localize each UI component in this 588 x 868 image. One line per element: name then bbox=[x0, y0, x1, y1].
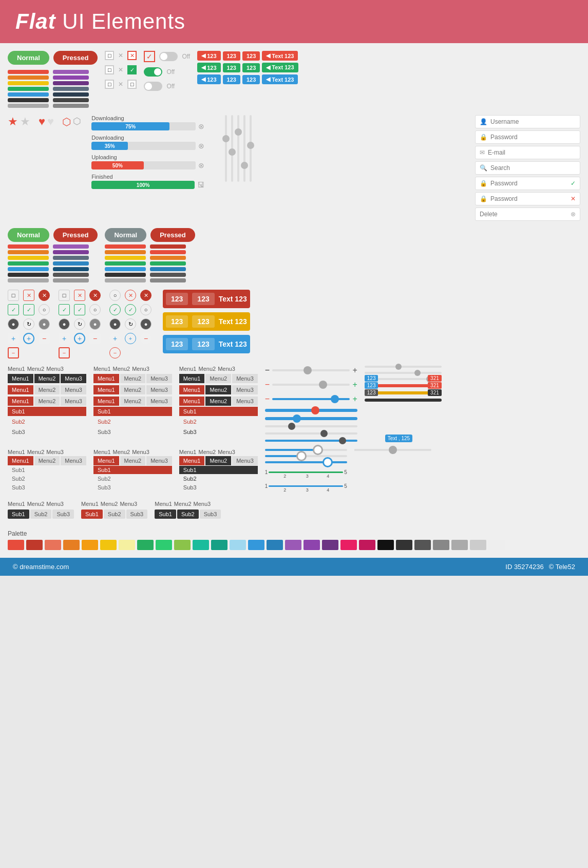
star-filled-icon[interactable]: ★ bbox=[8, 115, 18, 128]
password-input-1[interactable] bbox=[490, 134, 576, 141]
ctrl-minus-2[interactable]: − bbox=[89, 333, 101, 344]
email-input[interactable] bbox=[488, 149, 576, 156]
heart-empty-icon[interactable]: ♥ bbox=[47, 115, 54, 128]
ctrl-x-1[interactable]: ✕ bbox=[23, 290, 34, 301]
field-email[interactable]: ✉ bbox=[475, 146, 580, 159]
v-slider-4[interactable] bbox=[243, 115, 245, 182]
ctrl-x-red-1[interactable]: ✕ bbox=[39, 290, 50, 301]
ctrl-circle-3[interactable]: ○ bbox=[89, 304, 101, 315]
ctrl-rotate-1[interactable]: ↻ bbox=[23, 318, 34, 330]
ctrl-empty-2[interactable]: □ bbox=[59, 290, 70, 301]
password-input-3[interactable] bbox=[490, 195, 567, 202]
share-icon-2[interactable]: ⬡ bbox=[73, 116, 81, 128]
ctrl-circle-1[interactable]: ○ bbox=[39, 304, 50, 315]
menu1-dark-2[interactable]: Menu2 bbox=[34, 374, 60, 383]
sub2-item[interactable]: Sub2 bbox=[8, 417, 86, 426]
ctrl-circle-minus-1[interactable]: − bbox=[140, 333, 151, 344]
toggle-checked-red[interactable]: ✓ bbox=[144, 51, 155, 62]
ctrl-circle-filled-2[interactable]: ● bbox=[59, 318, 70, 330]
field-username[interactable]: 👤 bbox=[475, 115, 580, 128]
v-slider-3[interactable] bbox=[237, 115, 239, 182]
checkbox-checked-green[interactable]: ✓ bbox=[127, 65, 137, 74]
checkbox-x[interactable]: ✕ bbox=[127, 51, 137, 60]
menu1-dark-1[interactable]: Menu1 bbox=[8, 374, 33, 383]
normal-button[interactable]: Normal bbox=[8, 51, 49, 65]
ctrl-plus-1[interactable]: + bbox=[8, 333, 19, 344]
pressed-btn-3[interactable]: Pressed bbox=[150, 228, 195, 242]
checkbox-empty2[interactable]: □ bbox=[105, 65, 114, 74]
ctrl-circle-small-filled[interactable]: ● bbox=[109, 318, 121, 330]
ctrl-circle-x-1[interactable]: ✕ bbox=[125, 290, 136, 301]
ctrl-circle-plus-blue[interactable]: + bbox=[125, 333, 136, 344]
ctrl-circle-2[interactable]: ● bbox=[39, 318, 50, 330]
search-input[interactable] bbox=[490, 164, 576, 172]
ctrl-circle-minus-red[interactable]: − bbox=[109, 347, 121, 358]
menu2-item2[interactable]: Menu2 bbox=[113, 366, 130, 372]
menu1-sub-red[interactable]: Menu1 bbox=[8, 397, 33, 406]
minus-stepper-3[interactable]: − bbox=[265, 394, 270, 404]
field-search[interactable]: 🔍 bbox=[475, 161, 580, 175]
toggle-off[interactable] bbox=[159, 52, 178, 61]
menu2-item1[interactable]: Menu1 bbox=[93, 366, 111, 372]
field-password-3[interactable]: 🔒 ✕ bbox=[475, 192, 580, 205]
ctrl-check-green-2[interactable]: ✓ bbox=[74, 304, 85, 315]
share-icon[interactable]: ⬡ bbox=[62, 116, 71, 128]
ctrl-x-red-2[interactable]: ✕ bbox=[89, 290, 101, 301]
minus-stepper-1[interactable]: − bbox=[265, 366, 270, 375]
field-password-1[interactable]: 🔒 bbox=[475, 130, 580, 144]
menu1-red-1[interactable]: Menu1 bbox=[8, 385, 33, 394]
star-empty-icon[interactable]: ★ bbox=[20, 115, 30, 128]
plus-stepper-3[interactable]: + bbox=[352, 394, 357, 404]
ctrl-check-1[interactable]: ✓ bbox=[8, 304, 19, 315]
ctrl-plus-blue-1[interactable]: + bbox=[23, 333, 34, 344]
ctrl-circle-4[interactable]: ● bbox=[89, 318, 101, 330]
menu1-item1[interactable]: Menu1 bbox=[8, 366, 25, 372]
password-input-2[interactable] bbox=[490, 180, 567, 187]
ctrl-circle-filled-3[interactable]: ● bbox=[140, 318, 151, 330]
normal-btn-3[interactable]: Normal bbox=[105, 228, 146, 242]
ctrl-rotate-2[interactable]: ↻ bbox=[74, 318, 85, 330]
toggle-off2[interactable] bbox=[144, 82, 162, 91]
checkbox-empty3[interactable]: □ bbox=[105, 80, 114, 89]
progress-close-1[interactable]: ⊗ bbox=[198, 122, 204, 130]
ctrl-minus-red-1[interactable]: − bbox=[8, 347, 19, 358]
v-slider-1[interactable] bbox=[225, 115, 227, 182]
menu1-item2[interactable]: Menu2 bbox=[27, 366, 45, 372]
v-slider-5[interactable] bbox=[250, 115, 252, 182]
ctrl-check-2[interactable]: ✓ bbox=[59, 304, 70, 315]
menu2-item3[interactable]: Menu3 bbox=[132, 366, 149, 372]
heart-filled-icon[interactable]: ♥ bbox=[39, 115, 45, 128]
field-delete[interactable]: ⊗ bbox=[475, 207, 580, 221]
plus-stepper-1[interactable]: + bbox=[352, 366, 357, 375]
ctrl-x-2[interactable]: ✕ bbox=[74, 290, 85, 301]
menu1-item3[interactable]: Menu3 bbox=[46, 366, 64, 372]
ctrl-circle-plus-1[interactable]: + bbox=[109, 333, 121, 344]
ctrl-circle-check-green[interactable]: ✓ bbox=[125, 304, 136, 315]
checkbox-empty4[interactable]: □ bbox=[127, 80, 137, 89]
ctrl-minus-red-2[interactable]: − bbox=[59, 347, 70, 358]
v-slider-2[interactable] bbox=[231, 115, 233, 182]
progress-close-2[interactable]: ⊗ bbox=[198, 142, 204, 150]
ctrl-circle-small-1[interactable]: ○ bbox=[140, 304, 151, 315]
ctrl-plus-2[interactable]: + bbox=[59, 333, 70, 344]
ctrl-circle-x-red-1[interactable]: ✕ bbox=[140, 290, 151, 301]
ctrl-check-green-1[interactable]: ✓ bbox=[23, 304, 34, 315]
ctrl-circle-check-1[interactable]: ✓ bbox=[109, 304, 121, 315]
field-password-2[interactable]: 🔒 ✓ bbox=[475, 177, 580, 190]
ctrl-circle-empty-1[interactable]: ○ bbox=[109, 290, 121, 301]
ctrl-circle-filled-1[interactable]: ● bbox=[8, 318, 19, 330]
ctrl-empty-1[interactable]: □ bbox=[8, 290, 19, 301]
menu1-dark-3[interactable]: Menu3 bbox=[61, 374, 86, 383]
menu1-sub-grey-2[interactable]: Menu2 bbox=[34, 397, 60, 406]
username-input[interactable] bbox=[490, 118, 576, 125]
menu1-grey-2[interactable]: Menu2 bbox=[34, 385, 60, 394]
delete-input[interactable] bbox=[480, 211, 567, 218]
ctrl-minus-1[interactable]: − bbox=[39, 333, 50, 344]
sub3-item[interactable]: Sub3 bbox=[8, 427, 86, 437]
menu1-sub-grey-3[interactable]: Menu3 bbox=[61, 397, 86, 406]
ctrl-circle-rotate-2[interactable]: ↻ bbox=[125, 318, 136, 330]
menu1-grey-3[interactable]: Menu3 bbox=[61, 385, 86, 394]
pressed-btn-2[interactable]: Pressed bbox=[53, 228, 98, 242]
toggle-on[interactable] bbox=[144, 67, 162, 77]
sub1-item[interactable]: Sub1 bbox=[8, 407, 86, 416]
